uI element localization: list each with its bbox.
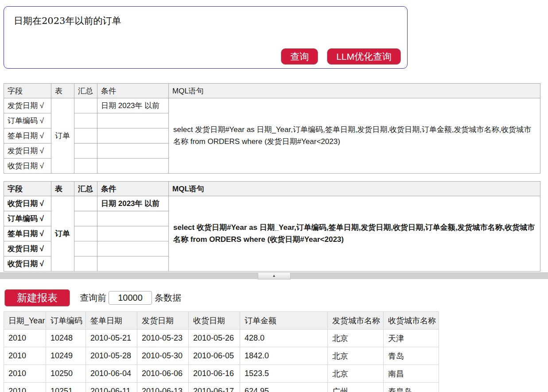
header-aggregate: 汇总	[74, 84, 97, 98]
cell: 2010-05-30	[137, 347, 189, 365]
column-header-order-amount: 订单金额	[240, 312, 328, 330]
field-cell: 签单日期 √	[4, 128, 51, 144]
collapse-up-icon: ▲	[272, 274, 276, 278]
cell: 2010-06-11	[86, 383, 137, 392]
aggregate-cell	[74, 256, 97, 272]
column-header-receive-date: 收货日期	[189, 312, 240, 330]
llm-optimize-query-button[interactable]: LLM优化查询	[327, 48, 401, 65]
query-input[interactable]: 日期在2023年以前的订单	[14, 15, 395, 53]
condition-cell	[97, 113, 169, 128]
column-header-ship-city: 发货城市名称	[328, 312, 384, 330]
aggregate-cell	[74, 211, 97, 226]
table-row: 2010 10250 2010-06-04 2010-06-06 2010-06…	[4, 365, 439, 383]
cell: 2010-05-26	[189, 330, 240, 347]
results-table: 日期_Year 订单编码 签单日期 发货日期 收货日期 订单金额 发货城市名称 …	[4, 311, 439, 392]
cell: 北京	[328, 365, 384, 383]
condition-cell	[97, 211, 169, 226]
cell: 2010-06-17	[189, 383, 240, 392]
cell: 2010	[4, 383, 46, 392]
query-panel-buttons: 查询 LLM优化查询	[281, 48, 401, 65]
cell: 2010-06-06	[137, 365, 189, 383]
cell: 2010	[4, 347, 46, 365]
table-row: 2010 10249 2010-05-28 2010-05-30 2010-06…	[4, 347, 439, 365]
condition-cell: 日期 2023年 以前	[97, 196, 169, 211]
condition-cell	[97, 226, 169, 241]
condition-cell	[97, 241, 169, 256]
header-mql: MQL语句	[169, 84, 540, 98]
header-field: 字段	[4, 84, 51, 98]
query-panel: 日期在2023年以前的订单 查询 LLM优化查询	[4, 6, 408, 69]
condition-cell	[97, 256, 169, 272]
cell: 428.0	[240, 330, 328, 347]
condition-cell: 日期 2023年 以前	[97, 98, 169, 113]
table-name-cell: 订单	[51, 98, 74, 174]
field-cell: 订单编码 √	[4, 113, 51, 128]
aggregate-cell	[74, 226, 97, 241]
cell: 10248	[46, 330, 86, 347]
results-toolbar: 新建报表 查询前 条数据	[4, 289, 548, 307]
aggregate-cell	[74, 98, 97, 113]
mql-statement: select 发货日期#Year as 日期_Year,订单编码,签单日期,发货…	[169, 98, 540, 174]
cell: 北京	[328, 330, 384, 347]
header-mql: MQL语句	[169, 182, 540, 196]
field-cell: 发货日期 √	[4, 144, 51, 159]
meta-table-2: 字段 表 汇总 条件 MQL语句 收货日期 √ 订单 日期 2023年 以前 s…	[4, 181, 540, 272]
condition-cell	[97, 128, 169, 144]
cell: 南昌	[384, 365, 439, 383]
header-condition: 条件	[97, 182, 169, 196]
header-condition: 条件	[97, 84, 169, 98]
cell: 10250	[46, 365, 86, 383]
cell: 1842.0	[240, 347, 328, 365]
column-header-order-code: 订单编码	[46, 312, 86, 330]
header-aggregate: 汇总	[74, 182, 97, 196]
field-cell: 签单日期 √	[4, 226, 51, 241]
table-row: 2010 10248 2010-05-21 2010-05-23 2010-05…	[4, 330, 439, 347]
field-cell: 收货日期 √	[4, 159, 51, 174]
panel-divider: ▲	[0, 272, 548, 279]
meta-table-2-header-row: 字段 表 汇总 条件 MQL语句	[4, 182, 540, 196]
cell: 北京	[328, 347, 384, 365]
condition-cell	[97, 159, 169, 174]
cell: 624.95	[240, 383, 328, 392]
field-cell: 发货日期 √	[4, 241, 51, 256]
meta-table-1: 字段 表 汇总 条件 MQL语句 发货日期 √ 订单 日期 2023年 以前 s…	[4, 83, 540, 174]
aggregate-cell	[74, 159, 97, 174]
table-row: 收货日期 √ 订单 日期 2023年 以前 select 收货日期#Year a…	[4, 196, 540, 211]
cell: 广州	[328, 383, 384, 392]
cell: 2010-05-23	[137, 330, 189, 347]
column-header-ship-date: 发货日期	[137, 312, 189, 330]
limit-suffix-label: 条数据	[155, 292, 181, 304]
meta-table-1-header-row: 字段 表 汇总 条件 MQL语句	[4, 84, 540, 98]
page: 日期在2023年以前的订单 查询 LLM优化查询 字段 表 汇总 条件 MQL语…	[0, 0, 548, 392]
field-cell: 收货日期 √	[4, 256, 51, 272]
cell: 10251	[46, 383, 86, 392]
new-report-button[interactable]: 新建报表	[4, 289, 70, 307]
field-cell: 发货日期 √	[4, 98, 51, 113]
header-table: 表	[51, 182, 74, 196]
field-cell: 订单编码 √	[4, 211, 51, 226]
table-row: 发货日期 √ 订单 日期 2023年 以前 select 发货日期#Year a…	[4, 98, 540, 113]
cell: 秦皇岛	[384, 383, 439, 392]
cell: 2010-06-16	[189, 365, 240, 383]
aggregate-cell	[74, 128, 97, 144]
cell: 1523.5	[240, 365, 328, 383]
condition-cell	[97, 144, 169, 159]
cell: 青岛	[384, 347, 439, 365]
table-name-cell: 订单	[51, 196, 74, 272]
table-row: 2010 10251 2010-06-11 2010-06-13 2010-06…	[4, 383, 439, 392]
cell: 2010-06-05	[189, 347, 240, 365]
header-table: 表	[51, 84, 74, 98]
cell: 2010-05-28	[86, 347, 137, 365]
cell: 2010	[4, 365, 46, 383]
cell: 10249	[46, 347, 86, 365]
query-button[interactable]: 查询	[281, 48, 318, 65]
cell: 2010-06-13	[137, 383, 189, 392]
aggregate-cell	[74, 241, 97, 256]
cell: 天津	[384, 330, 439, 347]
mql-statement: select 收货日期#Year as 日期_Year,订单编码,签单日期,发货…	[169, 196, 540, 272]
collapse-panel-button[interactable]: ▲	[258, 273, 291, 279]
results-header-row: 日期_Year 订单编码 签单日期 发货日期 收货日期 订单金额 发货城市名称 …	[4, 312, 439, 330]
limit-input[interactable]	[109, 291, 152, 305]
limit-prefix-label: 查询前	[80, 292, 106, 304]
cell: 2010-06-04	[86, 365, 137, 383]
